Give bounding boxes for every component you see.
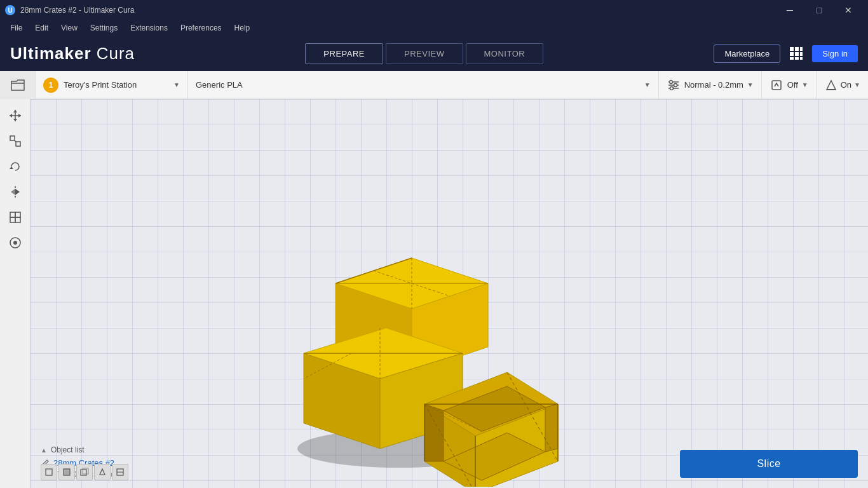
svg-rect-33: [15, 217, 20, 222]
support-label: Off: [787, 80, 798, 90]
open-folder-button[interactable]: [0, 71, 36, 99]
support-chevron-icon: ▼: [802, 81, 808, 88]
menu-item-settings[interactable]: Settings: [85, 22, 123, 34]
svg-marker-29: [15, 189, 20, 195]
header-right: Marketplace Sign in: [714, 44, 858, 63]
front-view-button[interactable]: [76, 464, 93, 480]
scale-tool-button[interactable]: [4, 130, 27, 152]
adhesion-select[interactable]: On ▼: [817, 71, 868, 99]
marketplace-button[interactable]: Marketplace: [714, 44, 780, 63]
svg-rect-68: [81, 470, 86, 475]
svg-rect-15: [772, 81, 781, 90]
bottom-view-button[interactable]: [112, 464, 128, 480]
material-select[interactable]: Generic PLA ▼: [188, 71, 659, 99]
svg-rect-1: [795, 47, 799, 51]
nav-tabs: PREPARE PREVIEW MONITOR: [305, 43, 543, 64]
window-title: 28mm Crates #2 - Ultimaker Cura: [20, 6, 134, 15]
window-controls: ─ □ ✕: [775, 0, 863, 20]
titlebar-left: U 28mm Crates #2 - Ultimaker Cura: [5, 5, 134, 15]
logo-bold: Ultimaker: [10, 44, 92, 63]
arrange-tool-button[interactable]: [4, 231, 27, 254]
slice-panel: Slice: [680, 450, 858, 478]
svg-marker-55: [545, 404, 558, 452]
svg-rect-31: [15, 212, 20, 217]
svg-point-13: [674, 83, 677, 86]
3d-model: [253, 182, 571, 487]
material-name: Generic PLA: [196, 80, 243, 90]
app-icon: U: [5, 5, 15, 15]
svg-point-14: [670, 86, 673, 90]
menu-item-edit[interactable]: Edit: [30, 22, 53, 34]
svg-rect-8: [800, 57, 803, 60]
perspective-button[interactable]: [41, 464, 57, 480]
profile-select[interactable]: Normal - 0.2mm ▼: [659, 71, 762, 99]
svg-marker-21: [10, 114, 12, 118]
svg-rect-69: [83, 468, 88, 474]
svg-marker-70: [100, 469, 105, 475]
support-icon: [770, 78, 783, 92]
close-button[interactable]: ✕: [834, 0, 863, 20]
tool-panel: [0, 99, 31, 488]
svg-point-35: [13, 241, 17, 245]
profile-chevron-icon: ▼: [747, 81, 754, 88]
svg-rect-32: [10, 217, 15, 222]
svg-rect-6: [790, 57, 794, 60]
collapse-icon: ▲: [41, 447, 47, 454]
svg-marker-22: [18, 114, 21, 118]
maximize-button[interactable]: □: [804, 0, 834, 20]
tab-prepare[interactable]: PREPARE: [305, 43, 383, 64]
menu-item-view[interactable]: View: [56, 22, 83, 34]
svg-rect-23: [10, 136, 15, 140]
settings-icon: [667, 78, 681, 92]
svg-rect-4: [795, 52, 799, 56]
tab-monitor[interactable]: MONITOR: [466, 43, 544, 64]
svg-rect-5: [800, 52, 803, 56]
top-view-button[interactable]: [58, 464, 75, 480]
menu-item-file[interactable]: File: [5, 22, 27, 34]
svg-rect-2: [800, 47, 803, 51]
support-select[interactable]: Off ▼: [762, 71, 817, 99]
material-chevron-icon: ▼: [644, 81, 651, 88]
3d-viewport[interactable]: ▲ Object list 28mm Crates #2 27.4 x 23.1…: [31, 99, 868, 488]
slice-button[interactable]: Slice: [680, 450, 858, 478]
move-tool-button[interactable]: [4, 104, 27, 127]
printer-icon: 1: [43, 78, 58, 93]
adhesion-icon: [824, 78, 838, 92]
mirror-tool-button[interactable]: [4, 180, 27, 203]
adhesion-label: On: [841, 80, 851, 90]
profile-name: Normal - 0.2mm: [684, 80, 743, 90]
svg-rect-7: [795, 57, 799, 60]
svg-rect-30: [10, 212, 15, 217]
minimize-button[interactable]: ─: [775, 0, 804, 20]
logo-light: Cura: [92, 44, 135, 63]
transform-bar: [31, 464, 139, 480]
titlebar: U 28mm Crates #2 - Ultimaker Cura ─ □ ✕: [0, 0, 868, 20]
header: Ultimaker Cura PREPARE PREVIEW MONITOR M…: [0, 36, 868, 71]
menu-item-help[interactable]: Help: [229, 22, 255, 34]
menu-item-extensions[interactable]: Extensions: [125, 22, 173, 34]
grid-icon[interactable]: [787, 44, 806, 63]
object-list-label: Object list: [51, 445, 85, 454]
object-list-header[interactable]: ▲ Object list: [41, 445, 186, 454]
adhesion-chevron-icon: ▼: [854, 81, 860, 88]
printer-select[interactable]: 1 Teroy's Print Station ▼: [36, 71, 188, 99]
multiply-tool-button[interactable]: [4, 206, 27, 229]
svg-marker-54: [424, 404, 444, 461]
tab-preview[interactable]: PREVIEW: [386, 43, 463, 64]
signin-button[interactable]: Sign in: [812, 45, 858, 62]
rotate-tool-button[interactable]: [4, 155, 27, 178]
menu-item-preferences[interactable]: Preferences: [175, 22, 227, 34]
printer-name: Teroy's Print Station: [64, 80, 137, 90]
svg-marker-20: [13, 119, 17, 121]
svg-rect-24: [16, 142, 20, 146]
svg-rect-0: [790, 47, 794, 51]
svg-rect-66: [46, 469, 52, 475]
svg-rect-67: [64, 469, 70, 475]
svg-marker-19: [13, 110, 17, 112]
right-view-button[interactable]: [94, 464, 111, 480]
svg-marker-26: [10, 166, 13, 169]
menubar: FileEditViewSettingsExtensionsPreference…: [0, 20, 868, 36]
svg-line-25: [15, 140, 16, 142]
svg-rect-3: [790, 52, 794, 56]
main-content: ▲ Object list 28mm Crates #2 27.4 x 23.1…: [0, 99, 868, 488]
